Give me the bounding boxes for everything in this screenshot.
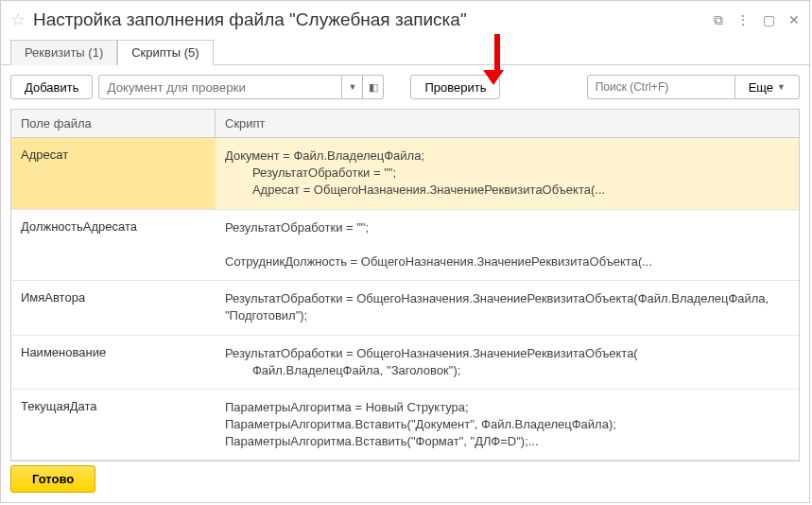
table-row[interactable]: НаименованиеРезультатОбработки = ОбщегоН… [11, 336, 799, 390]
close-icon[interactable]: ✕ [788, 12, 800, 27]
dropdown-icon[interactable]: ▼ [342, 75, 363, 99]
titlebar-controls: ⧉ ⋮ ▢ ✕ [714, 12, 800, 28]
button-label: Проверить [424, 80, 486, 95]
footer: Готово [10, 465, 95, 493]
cell-script: РезультатОбработки = ""; СотрудникДолжно… [216, 210, 799, 281]
search-combo: × [587, 75, 729, 99]
titlebar: ☆ Настройка заполнения файла "Служебная … [1, 1, 809, 39]
scripts-table: Поле файла Скрипт АдресатДокумент = Файл… [10, 109, 800, 461]
cell-script: РезультатОбработки = ОбщегоНазначения.Зн… [216, 281, 799, 334]
cell-script: ПараметрыАлгоритма = Новый Структура; Па… [216, 390, 799, 461]
table-row[interactable]: АдресатДокумент = Файл.ВладелецФайла; Ре… [11, 138, 799, 210]
kebab-icon[interactable]: ⋮ [736, 12, 750, 27]
table-row[interactable]: ДолжностьАдресатаРезультатОбработки = ""… [11, 210, 799, 282]
cell-script: РезультатОбработки = ОбщегоНазначения.Зн… [216, 336, 799, 389]
cell-field: ДолжностьАдресата [11, 210, 216, 281]
button-label: Готово [32, 472, 74, 486]
column-script[interactable]: Скрипт [216, 110, 799, 137]
search-input[interactable] [587, 75, 746, 99]
toolbar: Добавить ▼ ◧ Проверить × Еще ▼ [1, 65, 809, 109]
cell-field: Адресат [11, 138, 216, 209]
table-header: Поле файла Скрипт [11, 110, 799, 138]
document-input[interactable] [98, 75, 342, 99]
button-label: Добавить [25, 80, 78, 95]
ready-button[interactable]: Готово [10, 465, 95, 493]
tab-label: Реквизиты (1) [25, 45, 103, 60]
cell-script: Документ = Файл.ВладелецФайла; Результат… [216, 138, 799, 209]
star-icon[interactable]: ☆ [10, 9, 26, 30]
cell-field: ИмяАвтора [11, 281, 216, 334]
window-title: Настройка заполнения файла "Служебная за… [33, 9, 714, 30]
cell-field: ТекущаяДата [11, 390, 216, 461]
tab-scripts[interactable]: Скрипты (5) [117, 40, 213, 65]
maximize-icon[interactable]: ▢ [763, 12, 775, 27]
link-icon[interactable]: ⧉ [714, 12, 723, 28]
chevron-down-icon: ▼ [777, 82, 786, 92]
tab-label: Скрипты (5) [131, 45, 199, 60]
tabs: Реквизиты (1) Скрипты (5) [1, 39, 809, 65]
dialog-window: ☆ Настройка заполнения файла "Служебная … [0, 0, 810, 503]
table-row[interactable]: ИмяАвтораРезультатОбработки = ОбщегоНазн… [11, 281, 799, 335]
open-icon[interactable]: ◧ [363, 75, 384, 99]
cell-field: Наименование [11, 336, 216, 389]
document-combo: ▼ ◧ [98, 75, 384, 99]
check-button[interactable]: Проверить [410, 75, 500, 99]
more-button[interactable]: Еще ▼ [734, 75, 800, 99]
table-row[interactable]: ТекущаяДатаПараметрыАлгоритма = Новый Ст… [11, 390, 799, 461]
tab-requisites[interactable]: Реквизиты (1) [10, 40, 117, 65]
button-label: Еще [749, 80, 773, 95]
add-button[interactable]: Добавить [10, 75, 93, 99]
column-field[interactable]: Поле файла [11, 110, 216, 137]
table-body: АдресатДокумент = Файл.ВладелецФайла; Ре… [11, 138, 799, 461]
